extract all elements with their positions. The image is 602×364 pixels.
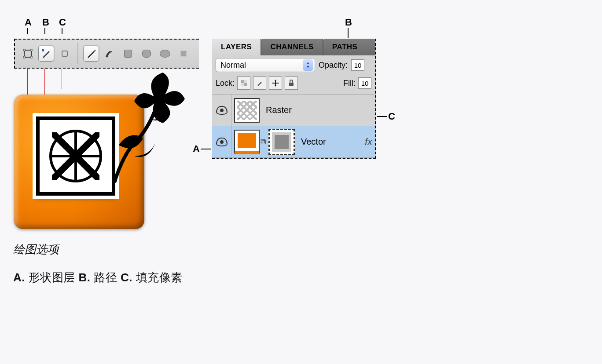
layer-row-raster[interactable]: Raster <box>212 95 375 126</box>
legend-key-a: A. <box>13 271 25 284</box>
pen-tool-button[interactable] <box>83 45 99 62</box>
paths-mode-button[interactable] <box>38 45 55 62</box>
ellipse-icon <box>160 50 170 58</box>
toolbar-separator <box>77 43 78 64</box>
caption-legend: A. 形状图层 B. 路径 C. 填充像素 <box>13 270 183 285</box>
layers-panel: LAYERS CHANNELS PATHS Normal ▲▼ Opacity:… <box>212 39 376 159</box>
callout-tick <box>27 28 28 34</box>
callout-b-panel: B <box>345 17 352 28</box>
polygon-icon <box>178 48 189 59</box>
lock-label: Lock: <box>216 79 235 88</box>
tab-paths[interactable]: PATHS <box>323 39 375 55</box>
svg-rect-9 <box>244 83 247 86</box>
vector-mask-thumbnail <box>268 129 295 155</box>
layer-row-vector[interactable]: ⧉ Vector fx <box>212 126 375 158</box>
canvas-artwork <box>14 95 144 229</box>
svg-rect-3 <box>23 56 25 58</box>
layer-thumbnail <box>234 130 260 154</box>
leader-line-c-h <box>62 89 158 89</box>
layer-thumbnail <box>234 98 260 123</box>
ornament-panel <box>36 116 115 196</box>
move-icon <box>272 79 279 87</box>
legend-key-b: B. <box>78 271 90 284</box>
link-icon: ⧉ <box>260 137 267 146</box>
visibility-eye-icon[interactable] <box>216 106 228 115</box>
layer-name: Vector <box>301 137 326 147</box>
callout-c-toolbar: C <box>59 17 66 28</box>
lock-icon <box>288 80 294 87</box>
opacity-label: Opacity: <box>319 61 348 70</box>
tab-layers[interactable]: LAYERS <box>212 39 261 55</box>
legend-text-a: 形状图层 <box>29 271 75 284</box>
callout-tick <box>44 28 45 34</box>
callout-c-panel: C <box>388 111 395 122</box>
fx-badge[interactable]: fx <box>365 136 372 148</box>
rect-shape-button[interactable] <box>120 45 136 62</box>
visibility-eye-icon[interactable] <box>216 138 228 146</box>
callout-line <box>377 116 387 117</box>
layer-name: Raster <box>266 105 292 115</box>
svg-rect-8 <box>241 80 244 83</box>
tab-channels[interactable]: CHANNELS <box>261 39 323 55</box>
freeform-pen-button[interactable] <box>101 45 118 62</box>
legend-key-c: C. <box>121 271 132 284</box>
callout-line <box>201 149 211 149</box>
lock-transparent-icon <box>240 80 247 87</box>
blend-mode-select[interactable]: Normal ▲▼ <box>216 58 315 72</box>
lock-pixels-button[interactable] <box>253 76 266 90</box>
shape-layers-icon <box>23 49 33 58</box>
callout-a-toolbar: A <box>25 17 32 28</box>
orange-square <box>14 95 144 229</box>
polygon-shape-button[interactable] <box>175 45 192 62</box>
svg-point-6 <box>153 92 164 103</box>
svg-rect-2 <box>30 49 32 51</box>
rounded-rect-shape-button[interactable] <box>138 45 155 62</box>
lock-transparent-button[interactable] <box>237 76 250 90</box>
pen-icon <box>85 48 97 59</box>
callout-tick <box>62 28 62 34</box>
blend-mode-stepper-icon: ▲▼ <box>303 59 313 71</box>
freeform-pen-icon <box>104 48 115 59</box>
rectangle-icon <box>124 50 132 58</box>
caption-title: 绘图选项 <box>13 242 59 257</box>
leader-line-c-v <box>62 69 62 89</box>
fill-label: Fill: <box>343 79 356 88</box>
opacity-field[interactable]: 10 <box>351 59 364 71</box>
ornament-icon <box>49 130 102 182</box>
ellipse-shape-button[interactable] <box>157 45 173 62</box>
svg-rect-10 <box>289 83 294 86</box>
callout-b-toolbar: B <box>42 17 49 28</box>
lock-all-button[interactable] <box>285 76 298 90</box>
svg-rect-1 <box>23 49 25 51</box>
legend-text-c: 填充像素 <box>136 271 183 284</box>
pen-path-icon <box>41 48 51 59</box>
callout-tick <box>348 28 349 38</box>
options-toolbar <box>14 39 199 69</box>
legend-text-b: 路径 <box>94 271 117 284</box>
fill-pixels-icon <box>62 51 68 57</box>
shape-layers-mode-button[interactable] <box>19 45 36 62</box>
rounded-rect-icon <box>142 50 151 58</box>
svg-rect-5 <box>42 49 44 51</box>
brush-icon <box>256 80 263 87</box>
fill-pixels-mode-button[interactable] <box>56 45 73 62</box>
lock-position-button[interactable] <box>269 76 282 90</box>
svg-rect-4 <box>30 56 32 58</box>
callout-a-panel: A <box>193 143 200 155</box>
panel-tabs: LAYERS CHANNELS PATHS <box>212 39 375 55</box>
blend-mode-value: Normal <box>220 61 246 70</box>
fill-field[interactable]: 10 <box>358 77 371 89</box>
